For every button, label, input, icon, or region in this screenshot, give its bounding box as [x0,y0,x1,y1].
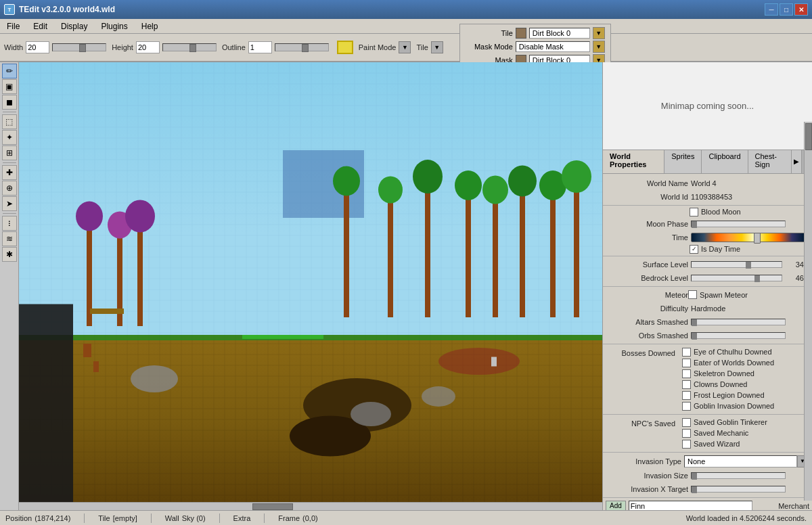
tool-liquid[interactable]: ≋ [2,231,17,246]
mask-mode-dropdown[interactable]: ▼ [593,41,605,53]
titlebar-controls[interactable]: ─ □ ✕ [765,3,808,16]
npc-goblin-label: Saved Goblin Tinkerer [694,418,767,426]
tile-dropdown-group: Tile ▼ [416,41,443,53]
boss-frost-checkbox[interactable] [682,391,691,400]
world-id-row: World Id 1109388453 [603,190,812,204]
boss-eater-checkbox[interactable] [682,359,691,367]
boss-eye-checkbox[interactable] [682,348,691,357]
invasion-type-label: Invasion Type [607,457,681,465]
outline-group: Outline [222,41,329,53]
tab-world-properties[interactable]: World Properties [603,150,664,173]
npc-wizard-checkbox[interactable] [682,440,691,449]
bedrock-slider[interactable] [691,275,782,281]
tile-dropdown-arrow[interactable]: ▼ [593,27,605,39]
npc-finn-add-btn[interactable]: Add [606,501,626,510]
menu-help[interactable]: Help [135,20,165,32]
tool-eraser[interactable]: ⬚ [2,114,17,129]
surface-slider[interactable] [691,261,782,268]
invasion-size-slider[interactable] [691,472,786,479]
surface-level-row: Surface Level 343 [603,258,812,271]
boss-clowns-checkbox[interactable] [682,380,691,389]
tool-eyedrop[interactable]: ✦ [2,130,17,145]
npc-wizard-label: Saved Wizard [694,440,740,448]
blood-moon-label: Blood Moon [701,208,741,216]
vscroll-thumb[interactable] [805,123,812,150]
npc-goblin-checkbox[interactable] [682,418,691,427]
is-day-time-checkbox[interactable] [690,245,698,254]
boss-frost-label: Frost Legion Downed [694,391,765,399]
world-canvas[interactable] [19,62,602,502]
blood-moon-checkbox[interactable] [690,208,698,216]
hscroll-thumb[interactable] [252,503,293,510]
menu-edit[interactable]: Edit [26,20,54,32]
tile-dropdown-btn[interactable]: ▼ [431,41,443,53]
outline-input[interactable] [248,41,272,53]
canvas-area[interactable] [19,62,602,510]
time-slider-thumb[interactable] [754,233,761,244]
npc-mechanic-checkbox[interactable] [682,429,691,438]
tab-clipboard[interactable]: Clipboard [702,150,748,173]
sep2 [151,513,152,523]
moon-phase-slider[interactable] [691,221,786,227]
boss-goblin-checkbox[interactable] [682,402,691,411]
tile-section-label: Tile [466,29,513,37]
boss-skeletron-checkbox[interactable] [682,369,691,378]
height-input[interactable] [136,41,160,53]
tabs-arrow-right[interactable]: ▶ [792,150,801,173]
menubar: File Edit Display Plugins Help [0,19,812,34]
tool-wire[interactable]: ⫶ [2,216,17,231]
boss-skeletron-label: Skeletron Downed [694,369,754,378]
height-group: Height [112,41,217,53]
shape-swatch [337,41,353,54]
statusbar: Position (1874,214) Tile [empty] Wall Sk… [0,510,812,525]
npcs-saved-label: NPC's Saved [607,417,678,428]
canvas-hscroll[interactable] [19,502,602,510]
titlebar-left: T TEdit v3.2.0.0 world4.wld [4,4,115,15]
outline-slider[interactable] [275,43,329,51]
width-input[interactable] [26,41,49,53]
svg-point-27 [455,170,482,200]
bosses-downed-label: Bosses Downed [607,347,678,357]
menu-plugins[interactable]: Plugins [94,20,134,32]
spawn-meteor-checkbox[interactable] [688,290,697,299]
npc-finn-name[interactable]: Finn [629,501,752,510]
tool-sprite[interactable]: ✱ [2,247,17,262]
maximize-button[interactable]: □ [780,3,793,16]
paint-mode-dropdown[interactable]: ▼ [399,41,411,53]
invasion-type-value: None [684,455,797,467]
tool-zoom[interactable]: ⊕ [2,181,17,196]
tool-brush[interactable]: ⊞ [2,145,17,160]
tool-fill[interactable]: ◼ [2,95,17,110]
frame-value: (0,0) [302,514,318,522]
divider-6 [603,452,812,453]
moon-phase-row: Moon Phase 0 [603,217,812,231]
orbs-slider[interactable] [691,332,786,339]
world-name-value: World 4 [691,179,717,187]
time-slider[interactable] [691,233,805,242]
svg-rect-37 [83,344,91,357]
tool-move[interactable]: ✚ [2,165,17,180]
width-slider[interactable] [52,43,106,51]
invasion-x-slider[interactable] [691,486,786,493]
boss-clowns-label: Clowns Downed [694,380,747,388]
tab-chest-sign[interactable]: Chest-Sign [748,150,792,173]
right-panel-vscroll[interactable] [804,122,812,501]
tab-sprites[interactable]: Sprites [664,150,702,173]
tool-select[interactable]: ▣ [2,79,17,94]
menu-display[interactable]: Display [54,20,94,32]
npc-wizard: Saved Wizard [678,439,771,449]
extra-label: Extra [233,514,251,522]
toolbar: Width Height Outline Paint Mode ▼ Tile ▼… [0,34,812,62]
height-label: Height [112,43,133,51]
minimize-button[interactable]: ─ [765,3,778,16]
frame-label: Frame [278,514,300,522]
svg-rect-32 [550,190,556,318]
tool-arrow[interactable]: ➤ [2,196,17,211]
close-button[interactable]: ✕ [794,3,808,16]
altars-slider[interactable] [691,319,786,325]
tool-pencil[interactable]: ✏ [2,64,17,78]
app-icon: T [4,4,15,15]
svg-rect-24 [425,181,430,318]
height-slider[interactable] [162,43,217,51]
menu-file[interactable]: File [0,20,26,32]
